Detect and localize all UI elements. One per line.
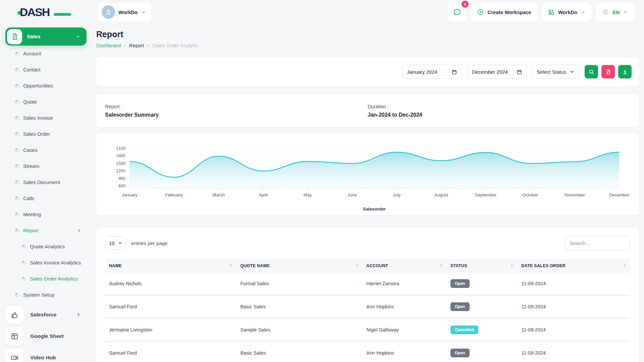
svg-text:March: March (212, 192, 225, 197)
cell-status: Open (446, 342, 517, 362)
status-badge: Open (450, 349, 470, 357)
column-header-name[interactable]: NAME ▲▼ (105, 259, 236, 273)
status-select[interactable]: Select Status (532, 65, 579, 79)
apply-filter-button[interactable] (585, 65, 598, 78)
start-month-input[interactable]: January 2024 (402, 65, 462, 79)
sidebar-item-sales-order-analytics[interactable]: Sales Order Analytics (5, 271, 87, 287)
breadcrumb-report: Report (129, 43, 144, 48)
sidebar-item-cases[interactable]: Cases (5, 142, 87, 158)
svg-text:April: April (259, 192, 267, 197)
cell-name: Jermaine Livingston (105, 318, 236, 342)
sidebar-item-salesforce[interactable]: Salesforce (5, 305, 87, 324)
sidebar-item-label: System Setup (23, 292, 82, 298)
cell-status: Open (446, 273, 517, 295)
column-header-date-sales-order[interactable]: DATE SALES ORDER ▲▼ (517, 259, 630, 273)
chevron-down-icon (141, 9, 146, 15)
sidebar-item-sales-order[interactable]: Sales Order (5, 126, 87, 142)
calendar-icon (517, 69, 522, 75)
thumbs-up-icon (5, 306, 23, 324)
end-month-input[interactable]: December 2024 (467, 65, 527, 79)
table-row[interactable]: Samuel Ford Basic Sales Ann Hopkins Open… (105, 342, 630, 362)
chevron-right-icon (76, 312, 81, 317)
breadcrumb-dashboard[interactable]: Dashboard (96, 43, 121, 48)
entries-per-page-select[interactable]: 10 (105, 236, 126, 250)
column-header-quote-name[interactable]: QUOTE NAME ▲▼ (236, 259, 363, 273)
topbar: DASH WorkDo 0 Create Workspace WorkDo EN (0, 0, 644, 24)
table-row[interactable]: Audrey Nichols Formal Sales Harriet Zamo… (105, 273, 630, 295)
sidebar-item-label: Quote Analytics (30, 243, 82, 250)
svg-text:October: October (522, 192, 538, 197)
bullet-icon (15, 293, 19, 297)
svg-text:600: 600 (118, 183, 125, 188)
grid-plus-icon (548, 9, 555, 16)
download-button[interactable] (618, 65, 632, 78)
chat-count-badge: 0 (462, 1, 469, 8)
sidebar-item-system-setup[interactable]: System Setup (5, 287, 87, 303)
sidebar-item-opportunities[interactable]: Opportunities (5, 78, 87, 94)
sidebar-item-sales-document[interactable]: Sales Document (5, 174, 87, 190)
table-row[interactable]: Jermaine Livingston Sample Sales Nigel G… (105, 318, 630, 342)
sidebar-item-sales[interactable]: Sales (5, 27, 87, 46)
cell-name: Audrey Nichols (105, 273, 236, 295)
sort-icon[interactable]: ▲▼ (440, 264, 442, 267)
table-search-input[interactable] (565, 236, 630, 250)
language-selector[interactable]: EN (596, 3, 634, 21)
calendar-icon (451, 69, 457, 75)
start-month-value: January 2024 (407, 69, 437, 75)
bullet-icon (15, 228, 19, 233)
sidebar-item-label: Meeting (23, 211, 82, 218)
column-header-status[interactable]: STATUS ▲▼ (446, 259, 517, 273)
chevron-down-icon (75, 34, 80, 39)
cell-status: Cancelled (446, 318, 517, 342)
workdo-menu-button[interactable]: WorkDo (542, 3, 592, 21)
chevron-down-icon (581, 10, 586, 15)
sidebar-item-label: Sales Invoice (23, 115, 82, 121)
bullet-icon (15, 212, 19, 217)
sidebar-item-sales-invoice-analytics[interactable]: Sales Invoice Analytics (5, 255, 87, 271)
bullet-icon (15, 83, 19, 88)
sidebar-item-label: Sales (27, 34, 75, 40)
entries-per-page-value: 10 (109, 240, 115, 246)
sidebar-item-label: Stream (23, 163, 82, 170)
sidebar-item-meeting[interactable]: Meeting (5, 206, 87, 223)
sidebar-item-video-hub[interactable]: Video Hub (5, 348, 87, 362)
table-row[interactable]: Samuel Ford Basic Sales Ann Hopkins Open… (105, 295, 630, 318)
sidebar-item-stream[interactable]: Stream (5, 158, 87, 174)
sidebar-item-report[interactable]: Report (5, 223, 87, 239)
sidebar-item-calls[interactable]: Calls (5, 190, 87, 206)
bullet-icon (15, 196, 19, 201)
clear-filter-button[interactable] (601, 65, 615, 78)
sidebar-item-quote[interactable]: Quote (5, 94, 87, 110)
svg-text:900: 900 (118, 176, 125, 181)
sort-icon[interactable]: ▲▼ (229, 264, 232, 267)
column-label: STATUS (450, 263, 467, 268)
bullet-icon (15, 100, 19, 104)
cell-quote-name: Formal Sales (236, 273, 363, 295)
cell-quote-name: Basic Sales (236, 295, 363, 318)
workspace-selector[interactable]: WorkDo (99, 3, 151, 21)
sidebar-item-google-sheet[interactable]: Google Sheet (5, 326, 87, 346)
sidebar-item-label: Sales Document (23, 179, 82, 186)
messages-button[interactable]: 0 (448, 3, 467, 21)
sidebar-item-account[interactable]: Account (5, 46, 87, 62)
column-label: NAME (109, 263, 122, 268)
status-badge: Open (450, 279, 470, 288)
bullet-icon (21, 277, 26, 281)
sidebar-item-label: Report (23, 227, 76, 234)
sidebar-item-quote-analytics[interactable]: Quote Analytics (5, 239, 87, 255)
sidebar-item-label: Quote (23, 99, 82, 105)
report-value: Salesorder Summary (105, 112, 368, 118)
sort-icon[interactable]: ▲▼ (511, 264, 513, 267)
sidebar-item-contact[interactable]: Contact (5, 62, 87, 78)
cell-date: 11-09-2024 (517, 318, 630, 342)
bullet-icon (21, 244, 26, 249)
sidebar-item-sales-invoice[interactable]: Sales Invoice (5, 110, 87, 126)
bullet-icon (15, 116, 19, 120)
column-header-account[interactable]: ACCOUNT ▲▼ (362, 259, 446, 273)
create-workspace-button[interactable]: Create Workspace (471, 3, 537, 21)
end-month-value: December 2024 (472, 69, 508, 75)
sort-icon[interactable]: ▲▼ (624, 264, 626, 267)
status-select-value: Select Status (537, 69, 566, 75)
create-workspace-label: Create Workspace (487, 9, 531, 15)
sort-icon[interactable]: ▲▼ (356, 264, 358, 267)
